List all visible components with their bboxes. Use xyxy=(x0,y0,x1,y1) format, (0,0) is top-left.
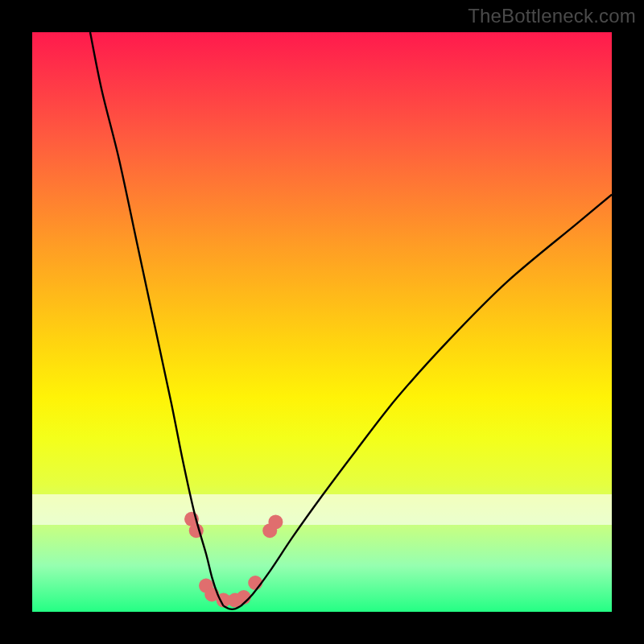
data-marker xyxy=(268,514,283,529)
plot-area xyxy=(32,32,612,612)
watermark-text: TheBottleneck.com xyxy=(468,5,636,27)
curve-layer xyxy=(32,32,612,612)
left-curve xyxy=(90,32,224,606)
marker-group xyxy=(184,512,283,608)
chart-frame: TheBottleneck.com xyxy=(0,0,644,644)
right-curve xyxy=(241,195,612,606)
